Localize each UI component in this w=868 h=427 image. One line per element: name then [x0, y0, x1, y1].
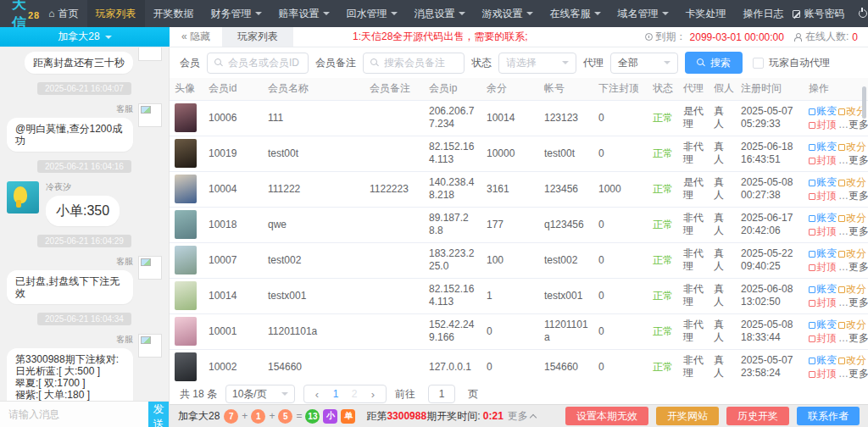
nav-item-2[interactable]: 玩家列表 [87, 0, 145, 27]
page-size-select[interactable]: 10条/页 [225, 385, 295, 403]
action-adjust-points[interactable]: 改分 [838, 176, 866, 188]
nav-item-10[interactable]: 域名管理 [609, 0, 677, 27]
page-number-1[interactable]: 1 [326, 388, 345, 400]
broken-image-glyph [141, 258, 151, 266]
action-icon [809, 286, 815, 293]
score-cell: 100 [481, 242, 539, 278]
next-page-button[interactable]: › [364, 388, 382, 401]
status-select[interactable]: 请选择 [498, 53, 576, 74]
more-toggle[interactable]: 更多 [508, 409, 536, 424]
player-avatar[interactable] [175, 103, 197, 132]
player-avatar[interactable] [175, 246, 197, 274]
agent-select[interactable]: 全部 [610, 53, 678, 74]
broken-image-icon [138, 334, 162, 358]
auto-agent-checkbox[interactable] [753, 58, 764, 69]
member-search-field [207, 53, 309, 74]
action-account-change[interactable]: 账变 [809, 283, 837, 295]
chat-message-input[interactable] [0, 402, 148, 427]
action-bet-cap[interactable]: 封顶 [809, 119, 837, 130]
action-bet-cap[interactable]: 封顶 [809, 225, 837, 237]
action-more[interactable]: …更多 [838, 297, 868, 308]
status-badge: 正常 [653, 219, 673, 230]
action-label: 封顶 [816, 119, 837, 130]
nav-item-11[interactable]: 卡奖处理 [677, 0, 735, 27]
action-line: 账变改分 [809, 175, 863, 189]
draw-website-button[interactable]: 开奖网站 [656, 407, 719, 425]
score-cell: 3161 [481, 171, 539, 207]
action-account-change[interactable]: 账变 [809, 105, 837, 117]
action-icon [809, 122, 815, 129]
action-more[interactable]: …更多 [838, 119, 868, 130]
nav-item-3[interactable]: 开奖数据 [145, 0, 203, 27]
account-password-button[interactable]: 账号密码 [793, 7, 845, 21]
action-bet-cap[interactable]: 封顶 [809, 332, 837, 344]
nav-item-12[interactable]: 操作日志 [735, 0, 793, 27]
action-more[interactable]: …更多 [838, 190, 868, 202]
tab-player-list[interactable]: 玩家列表 [222, 27, 293, 47]
table-scrollbar[interactable] [862, 86, 866, 119]
agent-cell: 非代理 [678, 349, 709, 384]
player-avatar[interactable] [175, 175, 197, 203]
send-button[interactable]: 发送 [148, 402, 169, 427]
goto-page-input[interactable] [428, 385, 455, 403]
action-more[interactable]: …更多 [838, 332, 868, 344]
contact-author-button[interactable]: 联系作者 [797, 407, 860, 425]
chat-message-body: 客服距离封盘还有三十秒 [25, 47, 133, 74]
nav-item-1[interactable]: ⌂首页 [40, 0, 86, 27]
action-more[interactable]: …更多 [838, 154, 868, 166]
action-adjust-points[interactable]: 改分 [838, 247, 866, 259]
hide-sidebar-button[interactable]: « 隐藏 [170, 27, 222, 47]
action-more[interactable]: …更多 [838, 368, 868, 380]
action-adjust-points[interactable]: 改分 [838, 141, 866, 152]
action-adjust-points[interactable]: 改分 [838, 212, 866, 224]
action-icon [809, 358, 815, 364]
score-cell: 177 [481, 207, 539, 242]
search-button[interactable]: 搜索 [685, 52, 743, 74]
player-avatar[interactable] [175, 281, 197, 310]
action-bet-cap[interactable]: 封顶 [809, 368, 837, 380]
prev-page-button[interactable]: ‹ [308, 388, 326, 401]
action-bet-cap[interactable]: 封顶 [809, 297, 837, 308]
chat-bubble: @明白莫懂,查分1200成功 [7, 118, 133, 152]
player-avatar[interactable] [175, 210, 197, 239]
action-account-change[interactable]: 账变 [809, 247, 837, 259]
action-more[interactable]: …更多 [838, 261, 868, 273]
nav-item-4[interactable]: 财务管理 [203, 0, 270, 27]
action-adjust-points[interactable]: 改分 [838, 283, 866, 295]
table-row: 10018qwe89.187.28.8177q1234560正常非代理真人202… [170, 207, 868, 242]
action-bet-cap[interactable]: 封顶 [809, 261, 837, 273]
member-search-input[interactable] [228, 57, 301, 69]
action-account-change[interactable]: 账变 [809, 319, 837, 330]
player-avatar[interactable] [175, 139, 197, 168]
action-adjust-points[interactable]: 改分 [838, 354, 866, 366]
nav-item-7[interactable]: 消息设置 [406, 0, 474, 27]
action-adjust-points[interactable]: 改分 [838, 319, 866, 330]
note-search-input[interactable] [384, 57, 457, 69]
account-cell: test00t [539, 136, 593, 171]
player-avatar[interactable] [175, 352, 197, 381]
nav-item-5[interactable]: 赔率设置 [270, 0, 338, 27]
action-more[interactable]: …更多 [838, 225, 868, 237]
draw-history-button[interactable]: 历史开奖 [726, 407, 789, 425]
invalidate-round-button[interactable]: 设置本期无效 [565, 407, 648, 425]
action-account-change[interactable]: 账变 [809, 212, 837, 224]
nav-item-label: 开奖数据 [153, 7, 194, 21]
nav-item-9[interactable]: 在线客服 [542, 0, 609, 27]
member-id-cell: 10004 [203, 171, 263, 207]
action-line: 账变改分 [809, 318, 863, 331]
action-bet-cap[interactable]: 封顶 [809, 154, 837, 166]
page-unit-label: 页 [468, 387, 478, 402]
game-selector[interactable]: 加拿大28 [0, 27, 170, 47]
nav-item-6[interactable]: 回水管理 [338, 0, 406, 27]
player-avatar[interactable] [175, 317, 197, 346]
action-bet-cap[interactable]: 封顶 [809, 190, 837, 202]
agent-cell: 是代理 [678, 171, 709, 207]
logout-button[interactable]: 退出 [859, 7, 868, 21]
action-account-change[interactable]: 账变 [809, 354, 837, 366]
nav-item-8[interactable]: 游戏设置 [474, 0, 542, 27]
action-account-change[interactable]: 账变 [809, 176, 837, 188]
action-icon [838, 358, 845, 364]
score-cell: 10014 [481, 100, 539, 136]
action-account-change[interactable]: 账变 [809, 141, 837, 152]
page-number-2[interactable]: 2 [345, 388, 364, 400]
